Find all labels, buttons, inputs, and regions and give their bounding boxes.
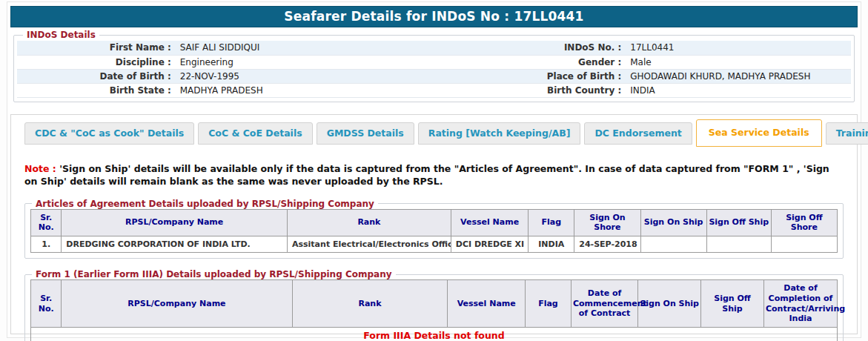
cell-sr-no: 1. [31,236,62,253]
indos-details-legend: INDoS Details [23,30,99,40]
first-name-label: First Name : [17,41,176,55]
col-sr-no: Sr. No. [31,209,62,236]
col-vessel-name: Vessel Name [451,209,528,236]
col-rpsl-company: RPSL/Company Name [62,280,292,328]
form1-legend: Form 1 (Earlier Form IIIA) Details uploa… [32,269,396,279]
col-sign-off-ship: Sign Off Ship [701,280,764,328]
cell-flag: INDIA [529,236,574,253]
note-body: 'Sign on Ship' details will be available… [24,163,829,188]
cell-sign-off-shore [771,236,837,253]
indos-details-table: First Name : SAIF ALI SIDDIQUI INDoS No.… [17,41,851,98]
col-sr-no: Sr. No. [31,280,62,328]
articles-data-row: 1. DREDGING CORPORATION OF INDIA LTD. As… [31,236,838,253]
first-name-value: SAIF ALI SIDDIQUI [176,41,517,55]
indos-no-value: 17LL0441 [626,41,851,55]
col-vessel-name: Vessel Name [448,280,525,328]
pob-value: GHODAWADI KHURD, MADHYA PRADESH [626,69,851,83]
tab-dc-endorsement[interactable]: DC Endorsement [584,122,692,145]
cell-rpsl-company: DREDGING CORPORATION OF INDIA LTD. [62,236,288,253]
dob-value: 22-NOV-1995 [176,69,517,83]
indos-details-section: INDoS Details First Name : SAIF ALI SIDD… [13,30,855,102]
indos-no-label: INDoS No. : [517,41,626,55]
col-sign-on-ship: Sign On Ship [638,280,701,328]
birth-country-value: INDIA [626,83,851,97]
cell-sign-on-ship [640,236,706,253]
col-rank: Rank [287,209,451,236]
tab-sea-service-details[interactable]: Sea Service Details [696,119,822,147]
dob-label: Date of Birth : [17,69,176,83]
tab-coc-coe-details[interactable]: CoC & CoE Details [198,122,312,145]
note-label: Note : [24,163,56,174]
col-sign-on-ship: Sign On Ship [640,209,706,236]
cell-rank: Assitant Electrical/Electronics Officer [287,236,451,253]
main-panel: CDC & "CoC as Cook" Details CoC & CoE De… [10,114,858,334]
details-row-birthstate-country: Birth State : MADHYA PRADESH Birth Count… [17,83,851,97]
page-title: Seafarer Details for INDoS No : 17LL0441 [10,6,858,27]
page-container: Seafarer Details for INDoS No : 17LL0441… [7,1,861,338]
tab-training-details[interactable]: Training Details [826,122,868,145]
birth-state-value: MADHYA PRADESH [176,83,517,97]
gender-value: Male [626,55,851,69]
form1-section: Form 1 (Earlier Form IIIA) Details uploa… [24,269,844,341]
details-row-name-indos: First Name : SAIF ALI SIDDIQUI INDoS No.… [17,41,851,55]
col-sign-on-shore: Sign On Shore [574,209,640,236]
cell-sign-on-shore: 24-SEP-2018 [574,236,640,253]
form1-empty-row: Form IIIA Details not found [31,328,838,341]
col-date-completion-contract: Date of Completion of Contract/Arriving … [763,280,837,328]
articles-table: Sr. No. RPSL/Company Name Rank Vessel Na… [30,209,838,254]
col-date-commencement-contract: Date of Commencement of Contract [571,280,637,328]
birth-state-label: Birth State : [17,83,176,97]
col-rpsl-company: RPSL/Company Name [62,209,288,236]
cell-sign-off-ship [706,236,771,253]
col-flag: Flag [525,280,571,328]
discipline-value: Engineering [176,55,517,69]
discipline-label: Discipline : [17,55,176,69]
details-row-discipline-gender: Discipline : Engineering Gender : Male [17,55,851,69]
tab-gmdss-details[interactable]: GMDSS Details [317,122,414,145]
articles-header-row: Sr. No. RPSL/Company Name Rank Vessel Na… [31,209,838,236]
gender-label: Gender : [517,55,626,69]
col-sign-off-shore: Sign Off Shore [771,209,837,236]
tab-cdc-coc-as-cook[interactable]: CDC & "CoC as Cook" Details [24,122,194,145]
note-text: Note : 'Sign on Ship' details will be av… [24,162,844,188]
tab-strip: CDC & "CoC as Cook" Details CoC & CoE De… [24,119,857,145]
form1-header-row: Sr. No. RPSL/Company Name Rank Vessel Na… [31,280,838,328]
col-sign-off-ship: Sign Off Ship [706,209,771,236]
tab-rating-watch-keeping[interactable]: Rating [Watch Keeping/AB] [418,122,581,145]
articles-legend: Articles of Agreement Details uploaded b… [32,199,378,209]
birth-country-label: Birth Country : [517,83,626,97]
col-flag: Flag [529,209,574,236]
form1-table: Sr. No. RPSL/Company Name Rank Vessel Na… [30,279,838,341]
articles-of-agreement-section: Articles of Agreement Details uploaded b… [24,199,844,259]
form1-empty-message: Form IIIA Details not found [31,328,838,341]
details-row-dob-pob: Date of Birth : 22-NOV-1995 Place of Bir… [17,69,851,83]
col-rank: Rank [292,280,448,328]
cell-vessel-name: DCI DREDGE XI [451,236,528,253]
pob-label: Place of Birth : [517,69,626,83]
